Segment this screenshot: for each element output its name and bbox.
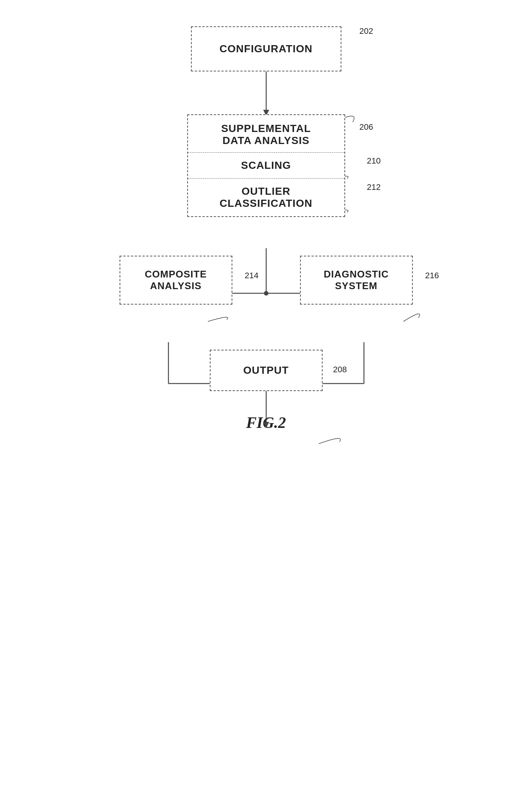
supplemental-row: SUPPLEMENTALDATA ANALYSIS SCALING OUTLIE… [97,120,435,211]
ref-216: 216 [425,271,439,281]
diagnostic-wrapper: DIAGNOSTICSYSTEM 216 [300,256,413,305]
scaling-label: SCALING [188,153,344,179]
composite-node: COMPOSITEANALYSIS [120,256,232,305]
diagnostic-node: DIAGNOSTICSYSTEM [300,256,413,305]
figure-label: FIG.2 [246,414,286,432]
composite-wrapper: COMPOSITEANALYSIS 214 [120,256,232,305]
middle-row: COMPOSITEANALYSIS 214 DIAGNOSTICSYSTEM 2… [97,256,435,305]
outlier-label: OUTLIERCLASSIFICATION [188,179,344,216]
output-label: OUTPUT [243,364,289,376]
ref-202: 202 [359,26,373,36]
ref-208: 208 [333,365,347,375]
output-node: OUTPUT [210,350,323,391]
config-label: CONFIGURATION [220,43,312,55]
supplemental-node: SUPPLEMENTALDATA ANALYSIS SCALING OUTLIE… [187,114,345,217]
ref-206: 206 [359,122,373,132]
ref-210: 210 [367,156,381,166]
supplemental-label: SUPPLEMENTALDATA ANALYSIS [188,115,344,153]
ref-214: 214 [245,271,259,281]
config-row: CONFIGURATION 202 [97,23,435,75]
diagram-container: CONFIGURATION 202 SUPPLEMENTALDATA ANALY… [97,23,435,432]
output-row: OUTPUT 208 [97,350,435,391]
ref-212: 212 [367,182,381,192]
config-node: CONFIGURATION [191,26,341,71]
